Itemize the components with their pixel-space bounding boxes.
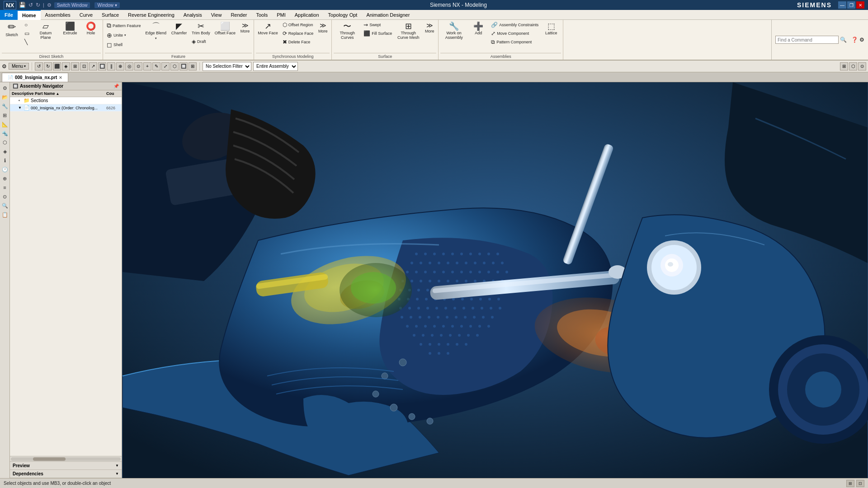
circle-btn[interactable]: ○ — [23, 21, 31, 29]
more-surface-button[interactable]: ≫ More — [423, 21, 436, 35]
panel-pin-icon[interactable]: 📌 — [113, 84, 119, 89]
datum-plane-button[interactable]: ▱ Datum Plane — [32, 21, 59, 42]
hole-button[interactable]: ⭕ Hole — [81, 21, 101, 37]
insignia-expand[interactable]: ▼ — [18, 106, 23, 110]
settings-icon[interactable]: ⚙ — [47, 2, 52, 8]
filter-tb-btn-18[interactable]: ⊞ — [189, 62, 197, 70]
edge-blend-button[interactable]: ⌒ Edge Blend ▾ — [144, 21, 169, 42]
menu-home[interactable]: Home — [18, 10, 41, 20]
lattice-button[interactable]: ⬚ Lattice — [541, 21, 561, 37]
filter-tb-btn-4[interactable]: ◈ — [62, 62, 70, 70]
offset-face-button[interactable]: ⬜ Offset Face — [213, 21, 237, 37]
filter-tb-btn-12[interactable]: ⊙ — [134, 62, 142, 70]
undo-icon[interactable]: ↺ — [28, 2, 33, 8]
filter-tb-btn-3[interactable]: ⬛ — [53, 62, 61, 70]
assembly-constraints-button[interactable]: 🔗 Assembly Constraints — [489, 21, 540, 29]
sidebar-icon-nav10[interactable]: ⊕ — [1, 174, 9, 183]
redo-icon[interactable]: ↻ — [36, 2, 40, 8]
filter-tb-btn-8[interactable]: 🔲 — [98, 62, 106, 70]
filter-tb-btn-2[interactable]: ↻ — [44, 62, 52, 70]
menu-topology-opt[interactable]: Topology Opt — [324, 10, 362, 20]
offset-region-button[interactable]: ⬡ Offset Region — [281, 21, 316, 29]
model-tab[interactable]: 📄 000_Insignia_nx.prt ✕ — [2, 73, 68, 82]
sidebar-icon-nav2[interactable]: 🔧 — [1, 102, 9, 110]
filter-tb-btn-17[interactable]: 🔲 — [179, 62, 188, 70]
window-menu-btn[interactable]: Window ▾ — [94, 2, 119, 8]
menu-render[interactable]: Render — [226, 10, 251, 20]
fill-surface-button[interactable]: ⬛ Fill Surface — [362, 29, 394, 38]
work-on-assembly-button[interactable]: 🔧 Work on Assembly — [440, 21, 467, 42]
extrude-button[interactable]: ⬛ Extrude — [60, 21, 80, 37]
sections-expand[interactable]: + — [18, 99, 23, 103]
menu-animation-designer[interactable]: Animation Designer — [362, 10, 414, 20]
panel-hscroll[interactable] — [10, 456, 122, 461]
unite-button[interactable]: ⊕ Unite ▾ — [105, 31, 143, 40]
filter-tb-btn-7[interactable]: ↗ — [89, 62, 97, 70]
filter-tb-btn-9[interactable]: ∥ — [107, 62, 115, 70]
tree-row-insignia[interactable]: ▼ 📄 000_Insignia_nx (Order: Chronolog...… — [10, 104, 122, 112]
move-face-button[interactable]: ↗ Move Face — [256, 21, 280, 37]
menu-curve[interactable]: Curve — [75, 10, 97, 20]
filter-tb-btn-6[interactable]: ⊡ — [80, 62, 88, 70]
menu-surface[interactable]: Surface — [97, 10, 123, 20]
right-tb-btn-3[interactable]: ⊙ — [858, 62, 866, 70]
filter-tb-btn-11[interactable]: ◎ — [125, 62, 133, 70]
filter-tb-btn-1[interactable]: ↺ — [35, 62, 43, 70]
filter-tb-btn-10[interactable]: ⊕ — [116, 62, 124, 70]
sidebar-icon-settings[interactable]: ⚙ — [1, 84, 9, 92]
trim-body-button[interactable]: ✂ Trim Body — [190, 21, 212, 37]
menu-assemblies[interactable]: Assemblies — [41, 10, 75, 20]
move-component-button[interactable]: ⤢ Move Component — [489, 29, 540, 38]
add-button[interactable]: ➕ Add — [468, 21, 488, 37]
menu-view[interactable]: View — [207, 10, 226, 20]
close-button[interactable]: ✕ — [856, 1, 864, 9]
draft-button[interactable]: ◈ Draft — [190, 38, 212, 46]
sidebar-icon-nav1[interactable]: 📂 — [1, 93, 9, 101]
sidebar-icon-nav7[interactable]: ◈ — [1, 147, 9, 155]
switch-window-btn[interactable]: Switch Window — [54, 2, 90, 8]
filter-tb-btn-16[interactable]: ⬡ — [170, 62, 179, 70]
menu-application[interactable]: Application — [290, 10, 324, 20]
sidebar-icon-nav13[interactable]: 🔍 — [1, 202, 9, 210]
sidebar-icon-nav8[interactable]: ℹ — [1, 156, 9, 164]
tree-row-sections[interactable]: + 📁 Sections — [10, 97, 122, 104]
sidebar-icon-nav4[interactable]: 📐 — [1, 120, 9, 128]
settings-nav-icon[interactable]: ⚙ — [2, 63, 7, 70]
chamfer-button[interactable]: ◤ Chamfer — [169, 21, 189, 37]
menu-pmi[interactable]: PMI — [272, 10, 290, 20]
status-icon-2[interactable]: ⊡ — [856, 480, 864, 487]
filter-tb-btn-13[interactable]: + — [143, 62, 151, 70]
menu-file[interactable]: File — [0, 10, 18, 20]
sidebar-icon-nav9[interactable]: 🕐 — [1, 165, 9, 174]
through-curve-mesh-button[interactable]: ⊞ Through Curve Mesh — [395, 21, 422, 42]
minimize-button[interactable]: — — [838, 1, 846, 9]
sidebar-icon-nav6[interactable]: ⬡ — [1, 138, 9, 146]
status-icon-1[interactable]: ⊞ — [846, 480, 854, 487]
find-command-input[interactable] — [775, 36, 839, 44]
right-tb-btn-1[interactable]: ⊞ — [840, 62, 848, 70]
shell-button[interactable]: ◻ Shell — [105, 40, 143, 49]
menu-analysis[interactable]: Analysis — [179, 10, 207, 20]
sidebar-icon-nav14[interactable]: 📋 — [1, 211, 9, 219]
pattern-component-button[interactable]: ⧉ Pattern Component — [489, 38, 540, 46]
restore-button[interactable]: ❐ — [847, 1, 855, 9]
dependencies-section[interactable]: Dependencies ▼ — [10, 470, 122, 478]
swept-button[interactable]: ⇝ Swept — [362, 21, 394, 29]
sidebar-icon-nav11[interactable]: ≡ — [1, 183, 9, 192]
sidebar-icon-nav5[interactable]: 🔩 — [1, 129, 9, 137]
3d-viewport[interactable] — [122, 82, 868, 478]
more-feature-button[interactable]: ≫ More — [238, 21, 252, 35]
sketch-button[interactable]: ✏ Sketch — [2, 21, 22, 39]
selection-filter-select[interactable]: No Selection Filter — [203, 62, 251, 71]
help-icon[interactable]: ❓ — [851, 37, 858, 43]
delete-face-button[interactable]: ✖ Delete Face — [281, 38, 316, 46]
menu-reverse-engineering[interactable]: Reverse Engineering — [123, 10, 179, 20]
sidebar-icon-nav12[interactable]: ⊙ — [1, 192, 9, 201]
line-btn[interactable]: ╲ — [23, 38, 31, 46]
more-sync-button[interactable]: ≫ More — [316, 21, 330, 35]
rect-btn[interactable]: ▭ — [23, 29, 31, 38]
menu-dropdown-btn[interactable]: Menu ▾ — [9, 63, 29, 70]
menu-tools[interactable]: Tools — [251, 10, 272, 20]
pattern-feature-button[interactable]: ⧉ Pattern Feature — [105, 21, 143, 30]
preview-section[interactable]: Preview ▼ — [10, 462, 122, 470]
